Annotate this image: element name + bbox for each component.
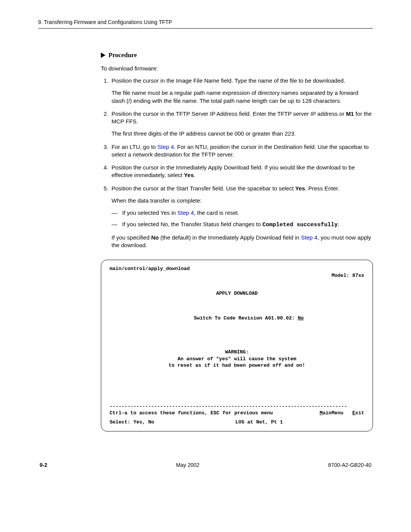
footer-date: May 2002	[176, 462, 199, 468]
tail-pre: If you specified	[112, 234, 151, 241]
procedure-steps: Position the cursor in the Image File Na…	[101, 77, 373, 249]
procedure-label: Procedure	[108, 51, 137, 59]
warn-header: WARNING:	[110, 349, 364, 356]
terminal-status: LOS at Net, Pt 1	[154, 419, 364, 426]
b2-post: .	[338, 221, 339, 227]
step-1-text: Position the cursor in the Image File Na…	[112, 77, 345, 84]
warn-line-1: An answer of "yes" will cause the system	[110, 356, 364, 363]
nav-main-r: ainMenu	[323, 410, 344, 416]
footer-doc: 8700-A2-GB20-40	[328, 462, 371, 468]
nav-exit-u: E	[352, 410, 355, 416]
procedure-heading: Procedure	[101, 51, 373, 59]
header-rule	[38, 28, 373, 29]
tail-bold: No	[151, 234, 159, 241]
step-5-bullet-2: If you selected No, the Transfer Status …	[112, 220, 373, 229]
terminal-nav: Ctrl-a to access these functions, ESC fo…	[110, 410, 364, 417]
switch-label: Switch To Code Revision A01.00.02:	[194, 315, 298, 321]
step-5-text-a: Position the cursor at the Start Transfe…	[112, 185, 295, 192]
step-2-bold: M1	[346, 110, 354, 117]
triangle-icon	[101, 53, 105, 58]
page-footer: 9-2 May 2002 8700-A2-GB20-40	[38, 462, 373, 468]
terminal-separator: ----------------------------------------…	[110, 403, 364, 410]
step-5-bullet-1: If you selected Yes in Step 4, the card …	[112, 209, 373, 217]
terminal-bottom: Select: Yes, No LOS at Net, Pt 1	[110, 419, 364, 426]
step-1: Position the cursor in the Image File Na…	[110, 77, 373, 105]
terminal-screen: main/control/apply_download Model: 87xx …	[101, 260, 373, 431]
step-1-para: The file name must be a regular path nam…	[112, 89, 373, 105]
step-4-text-b: .	[194, 172, 195, 178]
b2-pre: If you selected No, the Transfer Status …	[122, 221, 263, 227]
step-4: Position the cursor in the Immediately A…	[110, 164, 373, 179]
terminal-switch-line: Switch To Code Revision A01.00.02: No	[110, 308, 364, 329]
chapter-heading: 9. Transferring Firmware and Configurati…	[38, 19, 373, 25]
step-5-text-b: . Press Enter.	[305, 185, 339, 192]
switch-value[interactable]: No	[298, 315, 304, 321]
b2-mono: Completed successfully	[263, 222, 338, 228]
terminal-model: Model: 87xx	[110, 272, 364, 279]
terminal-select: Select: Yes, No	[110, 419, 154, 426]
nav-instr: Ctrl-a to access these functions, ESC fo…	[110, 410, 311, 417]
b1-link[interactable]: Step 4	[177, 209, 194, 216]
step-5-bold: Yes	[295, 185, 305, 192]
step-5-para: When the data transfer is complete:	[112, 197, 373, 204]
step-5-sublist: If you selected Yes in Step 4, the card …	[112, 209, 373, 229]
b1-pre: If you selected Yes in	[122, 209, 177, 216]
step-4-bold: Yes	[184, 172, 194, 178]
b1-post: , the card is reset.	[194, 209, 239, 216]
step-5: Position the cursor at the Start Transfe…	[110, 185, 373, 249]
nav-exit-r: xit	[355, 410, 364, 416]
step-2-para: The first three digits of the IP address…	[112, 130, 373, 137]
step-4-text-a: Position the cursor in the Immediately A…	[112, 164, 355, 178]
step-3-link[interactable]: Step 4	[158, 144, 174, 150]
step-3-pre: For an LTU, go to	[112, 144, 158, 150]
step-3: For an LTU, go to Step 4. For an NTU, po…	[110, 143, 373, 159]
page-number: 9-2	[40, 462, 47, 468]
warn-line-2: to reset as if it had been powered off a…	[110, 362, 364, 369]
nav-exit[interactable]: Exit	[352, 410, 364, 416]
step-2: Position the cursor in the TFTP Server I…	[110, 110, 373, 138]
step-5-tail: If you specified No (the default) in the…	[112, 234, 373, 249]
nav-main-u: M	[320, 410, 323, 416]
content-block: Procedure To download firmware: Position…	[101, 51, 373, 431]
tail-link[interactable]: Step 4	[301, 234, 317, 241]
tail-mid: (the default) in the Immediately Apply D…	[159, 234, 301, 241]
procedure-intro: To download firmware:	[101, 65, 373, 72]
terminal-title: APPLY DOWNLOAD	[110, 290, 364, 297]
terminal-path: main/control/apply_download	[110, 265, 364, 272]
step-2-text-a: Position the cursor in the TFTP Server I…	[112, 110, 346, 117]
nav-mainmenu[interactable]: MainMenu	[320, 410, 343, 416]
